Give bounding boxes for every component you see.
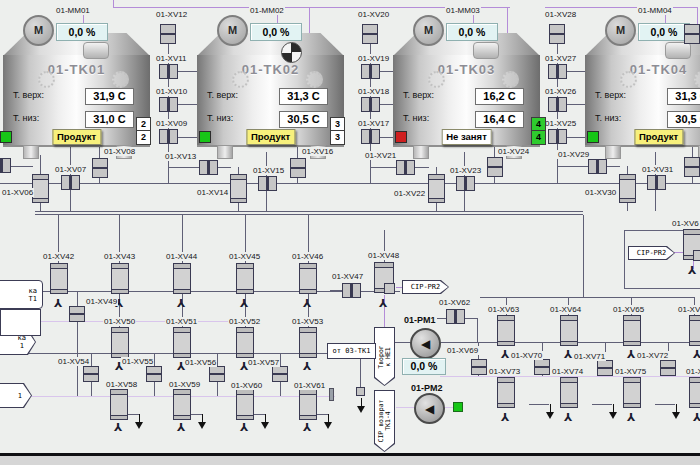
valve-01-XV[interactable] xyxy=(689,315,700,346)
tank-status-badge[interactable]: Продукт xyxy=(246,129,295,145)
valve-01-XV71[interactable] xyxy=(597,360,613,376)
valve-01-XV62[interactable] xyxy=(446,309,465,324)
valve-01-XV27[interactable] xyxy=(548,64,567,79)
valve-01-XV6[interactable] xyxy=(683,229,700,260)
tank-status-badge[interactable]: Продукт xyxy=(634,129,683,145)
valve-01-XV23[interactable] xyxy=(456,176,475,191)
valve-01-XV43[interactable] xyxy=(111,263,129,294)
valve-01-X[interactable] xyxy=(689,377,700,408)
pipe xyxy=(480,297,695,298)
pump-01-PM2[interactable]: ◀ xyxy=(414,393,445,424)
valve-01-XV45[interactable] xyxy=(236,263,254,294)
temp-top-value: 31,3 C xyxy=(279,88,328,105)
valve-01-XV44[interactable] xyxy=(173,263,191,294)
valve-01-XV06[interactable] xyxy=(32,174,49,203)
tank-count-badge: 2 xyxy=(136,130,151,145)
valve-01-XV18[interactable] xyxy=(361,97,380,112)
tank-status-badge[interactable]: Продукт xyxy=(52,129,101,145)
valve-01-XV42[interactable] xyxy=(50,263,68,294)
valve-01-XV46[interactable] xyxy=(299,263,317,294)
valve-unlabeled[interactable] xyxy=(684,157,700,177)
valve-label: 01-XV11 xyxy=(155,54,188,63)
valve-01-XV16[interactable] xyxy=(290,158,306,178)
valve-01-XV65[interactable] xyxy=(623,315,641,346)
valve-01-XV56[interactable] xyxy=(209,366,225,382)
agitator-icon xyxy=(620,71,637,88)
valve-01-XV54[interactable] xyxy=(83,366,99,382)
valve-01-XV22[interactable] xyxy=(428,174,445,203)
drop-arrow-icon xyxy=(324,414,333,430)
valve-01-XV50[interactable] xyxy=(111,327,129,358)
temp-bot-value: 30,5 C xyxy=(667,111,700,128)
valve-01-XV61[interactable] xyxy=(299,389,317,420)
valve-01-XV55[interactable] xyxy=(146,366,162,382)
pipe xyxy=(35,211,583,212)
valve-01-XV17[interactable] xyxy=(361,129,380,144)
valve-01-XV64[interactable] xyxy=(560,315,578,346)
tank-status-badge[interactable]: Не занят xyxy=(441,129,492,145)
valve-01-XV08[interactable] xyxy=(92,158,108,178)
mixer-motor-icon[interactable]: M xyxy=(413,15,444,46)
valve-01-XV48[interactable] xyxy=(374,262,394,293)
pipe xyxy=(178,71,197,72)
signal-line xyxy=(0,396,335,397)
valve-label: 01-XV07 xyxy=(54,165,87,174)
status-square xyxy=(453,402,463,412)
valve-unlabeled[interactable] xyxy=(0,158,11,173)
valve-label: 01-XV75 xyxy=(614,367,647,376)
valve-01-XV69[interactable] xyxy=(471,359,487,375)
valve-01-XV57[interactable] xyxy=(272,366,288,382)
pipe xyxy=(494,176,495,183)
valve-01-XV74[interactable] xyxy=(560,377,578,408)
valve-label: 01-XV06 xyxy=(1,188,34,197)
drain-arrow-icon: Y xyxy=(693,410,700,423)
valve-01-XV11[interactable] xyxy=(159,64,178,79)
valve-01-XV15[interactable] xyxy=(258,176,277,191)
valve-01-XV10[interactable] xyxy=(159,97,178,112)
valve-01-XV31[interactable] xyxy=(647,175,666,190)
valve-01-XV53[interactable] xyxy=(299,327,317,358)
mixer-motor-icon[interactable]: M xyxy=(217,15,248,46)
valve-01-XV51[interactable] xyxy=(173,327,191,358)
valve-01-XV73[interactable] xyxy=(497,377,515,408)
tank-leg xyxy=(605,145,621,159)
valve-01-XV72[interactable] xyxy=(660,360,676,376)
valve-01-XV07[interactable] xyxy=(61,175,80,190)
valve-01-XV20[interactable] xyxy=(362,24,378,44)
valve-01-XV75[interactable] xyxy=(623,377,641,408)
valve-01-XV19[interactable] xyxy=(361,64,380,79)
valve-01-XV49[interactable] xyxy=(69,306,85,322)
pump-01-PM1[interactable]: ◀ xyxy=(410,328,441,359)
valve-01-XV25[interactable] xyxy=(548,129,567,144)
drain-arrow-icon: Y xyxy=(303,420,311,433)
mixer-motor-icon[interactable]: M xyxy=(605,15,636,46)
valve-01-XV12[interactable] xyxy=(160,24,176,44)
valve-01-XV63[interactable] xyxy=(497,315,515,346)
valve-01-XV52[interactable] xyxy=(236,327,254,358)
valve-label: 01-XV20 xyxy=(357,10,390,19)
valve-01-XV26[interactable] xyxy=(548,97,567,112)
drain-arrow-icon: Y xyxy=(688,263,696,276)
valve-01-XV60[interactable] xyxy=(236,389,254,420)
valve-label: 01-XV xyxy=(677,305,700,314)
valve-01-XV13[interactable] xyxy=(199,160,218,175)
valve-01-XV30[interactable] xyxy=(619,174,636,203)
tank-nozzle-icon xyxy=(665,42,691,59)
valve-01-XV47[interactable] xyxy=(342,283,361,298)
valve-unlabeled[interactable] xyxy=(684,24,700,44)
valve-label: 01-XV48 xyxy=(367,251,400,260)
valve-01-XV14[interactable] xyxy=(230,174,247,203)
valve-label: 01-XV18 xyxy=(357,87,390,96)
valve-01-XV70[interactable] xyxy=(534,359,550,375)
valve-01-XV58[interactable] xyxy=(110,389,128,420)
valve-01-XV59[interactable] xyxy=(173,389,191,420)
valve-01-XV21[interactable] xyxy=(396,160,415,175)
mixer-motor-icon[interactable]: M xyxy=(23,15,54,46)
valve-01-XV29[interactable] xyxy=(588,159,607,174)
valve-label: 01-XV70 xyxy=(510,351,543,360)
tank-01-TK02: 01-MM02 M 0,0 % 01-TK02 Т. верх: 31,3 C … xyxy=(197,0,344,160)
valve-01-XV24[interactable] xyxy=(487,157,503,177)
pipe xyxy=(178,104,197,105)
valve-01-XV09[interactable] xyxy=(159,129,178,144)
valve-01-XV28[interactable] xyxy=(549,24,565,44)
